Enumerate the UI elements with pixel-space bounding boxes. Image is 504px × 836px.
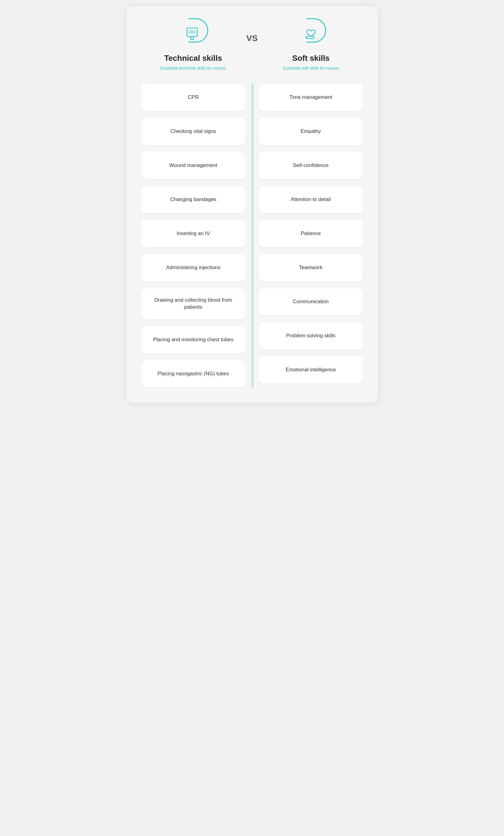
technical-icon-container: [178, 18, 208, 49]
soft-arc-decoration: [306, 18, 326, 42]
soft-skill-text: Time management: [289, 94, 332, 101]
soft-skill-card: Self-confidence: [259, 152, 363, 179]
column-divider: [251, 83, 253, 388]
technical-skill-text: Placing and monitoring chest tubes: [153, 336, 233, 343]
technical-skill-text: CPR: [188, 94, 199, 101]
technical-skill-card: Inserting an IV: [141, 220, 246, 247]
technical-skill-card: Placing nasogastric (NG) tubes: [141, 360, 246, 387]
technical-skill-card: Wound management: [141, 152, 246, 179]
technical-skill-text: Wound management: [169, 162, 217, 169]
technical-subtitle: Essential technical skills for nurses: [160, 65, 226, 72]
technical-skill-text: Inserting an IV: [177, 230, 210, 237]
soft-skill-text: Problem solving skills: [286, 332, 335, 339]
technical-skill-card: CPR: [141, 83, 246, 111]
header: Technical skills Essential technical ski…: [135, 18, 369, 72]
soft-subtitle: Essential soft skills for nurses: [283, 65, 339, 72]
technical-skill-card: Drawing and collecting blood from patien…: [141, 288, 246, 320]
technical-skill-card: Placing and monitoring chest tubes: [141, 326, 246, 354]
technical-skill-text: Drawing and collecting blood from patien…: [148, 297, 239, 311]
soft-icon-container: [296, 18, 326, 49]
soft-skill-card: Attention to detail: [259, 186, 363, 213]
soft-skill-text: Self-confidence: [293, 162, 329, 169]
soft-skill-card: Empathy: [259, 118, 363, 145]
technical-header-col: Technical skills Essential technical ski…: [146, 18, 240, 72]
technical-skill-card: Checking vital signs: [141, 118, 246, 145]
technical-title: Technical skills: [164, 54, 222, 63]
soft-skill-card: Patience: [259, 220, 363, 247]
technical-arc-decoration: [189, 18, 208, 42]
soft-skill-text: Attention to detail: [291, 196, 331, 203]
content-area: CPRChecking vital signsWound managementC…: [135, 83, 369, 388]
soft-skill-text: Patience: [301, 230, 321, 237]
technical-skill-card: Changing bandages: [141, 186, 246, 213]
vs-label: VS: [240, 34, 264, 43]
technical-skill-card: Administering injections: [141, 254, 246, 281]
soft-skill-text: Empathy: [301, 128, 321, 135]
main-card: Technical skills Essential technical ski…: [126, 6, 378, 403]
soft-skill-text: Communication: [293, 298, 329, 305]
soft-skill-text: Teamwork: [299, 264, 323, 271]
soft-skill-card: Teamwork: [259, 254, 363, 281]
soft-skill-card: Time management: [259, 83, 363, 111]
technical-skill-text: Administering injections: [166, 264, 220, 271]
soft-header-col: Soft skills Essential soft skills for nu…: [264, 18, 358, 72]
soft-skill-card: Problem solving skills: [259, 322, 363, 349]
soft-skill-card: Emotional intelligence: [259, 356, 363, 383]
technical-skill-text: Checking vital signs: [171, 128, 216, 135]
soft-skills-col: Time managementEmpathySelf-confidenceAtt…: [253, 83, 369, 388]
technical-skill-text: Placing nasogastric (NG) tubes: [157, 370, 229, 377]
soft-skill-text: Emotional intelligence: [286, 366, 336, 374]
technical-skill-text: Changing bandages: [170, 196, 216, 203]
technical-skills-col: CPRChecking vital signsWound managementC…: [135, 83, 252, 388]
soft-skill-card: Communication: [259, 288, 363, 315]
soft-title: Soft skills: [292, 54, 330, 63]
